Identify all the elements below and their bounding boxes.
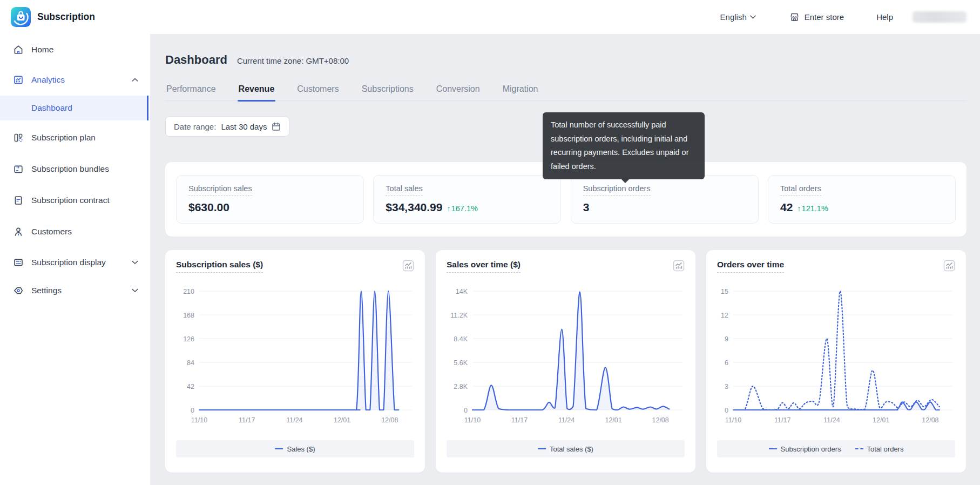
sidebar-item-dashboard[interactable]: Dashboard xyxy=(0,96,148,120)
legend-item[interactable]: Total sales ($) xyxy=(538,445,593,453)
chart-type-button[interactable] xyxy=(673,260,685,272)
tab-revenue[interactable]: Revenue xyxy=(238,81,276,100)
legend-label: Sales ($) xyxy=(287,445,315,453)
svg-text:11/10: 11/10 xyxy=(464,416,481,424)
stat-value: 3 xyxy=(583,201,590,214)
sidebar-item-subscription-bundles[interactable]: Subscription bundles xyxy=(0,157,150,181)
sidebar-item-label: Customers xyxy=(31,227,72,237)
language-value: English xyxy=(720,12,747,22)
chart-card-subscription-sales: Subscription sales ($) 0428412616821011/… xyxy=(165,250,425,473)
svg-text:11/24: 11/24 xyxy=(286,416,302,424)
svg-text:0: 0 xyxy=(725,407,728,414)
svg-text:11/17: 11/17 xyxy=(774,416,790,424)
subscription-plan-icon xyxy=(13,132,24,143)
home-icon xyxy=(13,44,24,55)
timezone-note: Current time zone: GMT+08:00 xyxy=(237,56,349,65)
chart-canvas: 02.8K5.6K8.4K11.2K14K11/1011/1711/2412/0… xyxy=(447,284,685,430)
date-range-label: Date range: xyxy=(174,122,216,131)
svg-text:11.2K: 11.2K xyxy=(450,312,468,319)
settings-gear-icon xyxy=(13,285,24,296)
sidebar-item-label: Subscription contract xyxy=(31,196,110,205)
legend-line-icon xyxy=(538,448,546,449)
page-title: Dashboard xyxy=(165,53,227,67)
svg-text:11/24: 11/24 xyxy=(558,416,575,424)
sidebar: Home Analytics Dashboard Subscription pl… xyxy=(0,34,150,485)
chart-type-button[interactable] xyxy=(943,260,955,272)
chart-title[interactable]: Sales over time ($) xyxy=(447,260,521,273)
stat-change-up: 167.1% xyxy=(447,204,477,213)
svg-text:126: 126 xyxy=(183,335,194,343)
sidebar-item-settings[interactable]: Settings xyxy=(0,279,150,302)
chevron-down-icon xyxy=(750,15,756,19)
app-title: Subscription xyxy=(37,11,95,23)
stat-label[interactable]: Subscription orders xyxy=(583,184,651,196)
svg-text:210: 210 xyxy=(183,288,194,295)
chart-title[interactable]: Orders over time xyxy=(717,260,784,273)
svg-text:84: 84 xyxy=(187,359,194,367)
chevron-down-icon xyxy=(132,288,138,293)
svg-text:9: 9 xyxy=(725,335,728,343)
chart-settings-icon xyxy=(943,260,955,272)
svg-text:11/17: 11/17 xyxy=(239,416,255,424)
legend-item[interactable]: Sales ($) xyxy=(275,445,315,453)
stat-card-total-orders: Total orders 42 121.1% xyxy=(768,175,956,224)
legend-item[interactable]: Total orders xyxy=(855,445,904,453)
top-header: Subscription English Enter store Help xyxy=(0,0,980,34)
svg-text:11/10: 11/10 xyxy=(191,416,207,424)
subscription-contract-icon xyxy=(13,195,24,206)
sidebar-item-label: Subscription bundles xyxy=(31,164,109,174)
chart-legend: Total sales ($) xyxy=(447,440,685,457)
chevron-up-icon xyxy=(132,78,138,82)
date-range-button[interactable]: Date range: Last 30 days xyxy=(165,116,289,137)
legend-dotted-line-icon xyxy=(855,448,863,449)
legend-line-icon xyxy=(769,448,777,449)
sidebar-item-subscription-plan[interactable]: Subscription plan xyxy=(0,126,150,150)
sidebar-item-label: Subscription plan xyxy=(31,133,96,143)
stat-label[interactable]: Total sales xyxy=(386,184,423,196)
svg-text:0: 0 xyxy=(191,407,194,414)
subscription-bundles-icon xyxy=(13,164,24,174)
app-brand: Subscription xyxy=(11,7,95,27)
sidebar-item-analytics[interactable]: Analytics xyxy=(0,68,150,92)
help-link[interactable]: Help xyxy=(876,12,893,22)
calendar-icon xyxy=(272,122,281,131)
language-selector[interactable]: English xyxy=(720,12,756,22)
svg-text:15: 15 xyxy=(721,288,728,295)
svg-text:8.4K: 8.4K xyxy=(454,335,468,343)
sidebar-item-label: Subscription display xyxy=(31,258,106,267)
legend-line-icon xyxy=(275,448,283,449)
customers-icon xyxy=(13,226,24,237)
tab-conversion[interactable]: Conversion xyxy=(435,81,481,100)
tab-bar: Performance Revenue Customers Subscripti… xyxy=(165,81,967,101)
tab-subscriptions[interactable]: Subscriptions xyxy=(361,81,415,100)
svg-text:5.6K: 5.6K xyxy=(454,359,468,367)
svg-text:11/17: 11/17 xyxy=(511,416,528,424)
tab-migration[interactable]: Migration xyxy=(502,81,539,100)
stat-label[interactable]: Total orders xyxy=(780,184,821,196)
chart-settings-icon xyxy=(402,260,414,272)
svg-text:12/08: 12/08 xyxy=(652,416,668,424)
tooltip-arrow xyxy=(621,179,630,183)
svg-text:12/01: 12/01 xyxy=(334,416,350,424)
svg-text:168: 168 xyxy=(183,312,194,319)
chart-card-orders-over-time: Orders over time 0369121511/1011/1711/24… xyxy=(706,250,966,473)
tab-performance[interactable]: Performance xyxy=(165,81,217,100)
svg-text:12/08: 12/08 xyxy=(381,416,398,424)
legend-item[interactable]: Subscription orders xyxy=(769,445,841,453)
enter-store-button[interactable]: Enter store xyxy=(789,12,844,22)
svg-text:3: 3 xyxy=(725,383,728,390)
legend-label: Total sales ($) xyxy=(550,445,593,453)
date-range-value: Last 30 days xyxy=(221,122,267,131)
chart-type-button[interactable] xyxy=(402,260,414,272)
store-name-blurred[interactable] xyxy=(913,11,967,23)
svg-text:2.8K: 2.8K xyxy=(454,383,468,390)
sidebar-item-label: Analytics xyxy=(31,75,65,85)
sidebar-item-customers[interactable]: Customers xyxy=(0,220,150,244)
chevron-down-icon xyxy=(132,260,138,265)
chart-title[interactable]: Subscription sales ($) xyxy=(176,260,263,273)
stat-label[interactable]: Subscription sales xyxy=(188,184,252,196)
sidebar-item-subscription-contract[interactable]: Subscription contract xyxy=(0,188,150,212)
sidebar-item-home[interactable]: Home xyxy=(0,38,150,62)
tab-customers[interactable]: Customers xyxy=(296,81,340,100)
sidebar-item-subscription-display[interactable]: Subscription display xyxy=(0,251,150,274)
